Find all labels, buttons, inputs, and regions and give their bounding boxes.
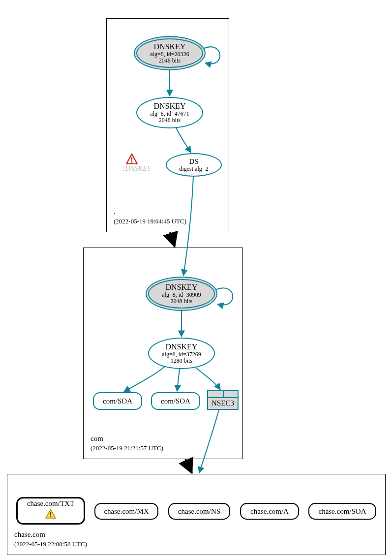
chase-soa[interactable]: chase.com/SOA <box>308 503 376 520</box>
svg-point-5 <box>50 516 51 517</box>
node-sub2: 1280 bits <box>171 358 192 364</box>
zone-chase-label: chase.com <box>14 530 45 539</box>
node-title: DNSKEY <box>166 342 198 351</box>
root-ds[interactable]: DS digest alg=2 <box>166 153 222 177</box>
zone-com-label: com <box>90 435 103 443</box>
node-sub2: 2048 bits <box>159 58 181 64</box>
com-soa-2[interactable]: com/SOA <box>151 392 200 410</box>
chase-txt[interactable]: chase.com/TXT <box>16 497 85 525</box>
zone-root-timestamp: (2022-05-19 19:04:45 UTC) <box>114 218 186 225</box>
node-sub2: 2048 bits <box>159 117 181 124</box>
rrset-label: com/SOA <box>161 397 190 405</box>
node-title: DS <box>189 157 198 166</box>
rrset-label: com/SOA <box>103 397 132 405</box>
root-dnskey-ghost: ./DNSKEY <box>121 165 151 173</box>
rrset-label: chase.com/SOA <box>318 507 366 516</box>
node-title: DNSKEY <box>154 42 186 51</box>
chase-a[interactable]: chase.com/A <box>240 503 299 520</box>
rrset-label: chase.com/A <box>250 507 289 516</box>
rrset-label: chase.com/MX <box>104 507 149 516</box>
node-sub2: 2048 bits <box>171 298 192 305</box>
root-dnskey-secondary[interactable]: DNSKEY alg=8, id=47671 2048 bits <box>136 97 203 128</box>
com-soa-1[interactable]: com/SOA <box>93 392 142 410</box>
node-title: DNSKEY <box>166 283 198 292</box>
warning-icon <box>45 509 56 521</box>
node-sub1: digest alg=2 <box>179 166 208 172</box>
zone-root-label: . <box>114 208 116 216</box>
rrset-label: chase.com/TXT <box>27 499 74 508</box>
rrset-label: chase.com/NS <box>178 507 220 516</box>
rrset-label: NSEC3 <box>208 399 238 407</box>
com-dnskey-primary[interactable]: DNSKEY alg=8, id=30909 2048 bits <box>146 277 217 311</box>
zone-chase-timestamp: (2022-05-19 22:00:58 UTC) <box>14 540 87 548</box>
chase-mx[interactable]: chase.com/MX <box>94 503 158 520</box>
root-dnskey-primary[interactable]: DNSKEY alg=8, id=20326 2048 bits <box>134 36 206 70</box>
svg-point-2 <box>131 161 133 163</box>
warning-icon <box>126 154 138 164</box>
com-nsec3[interactable]: NSEC3 <box>207 390 239 410</box>
com-dnskey-secondary[interactable]: DNSKEY alg=8, id=37269 1280 bits <box>148 338 215 369</box>
chase-ns[interactable]: chase.com/NS <box>168 503 230 520</box>
zone-com-timestamp: (2022-05-19 21:21:57 UTC) <box>90 444 163 452</box>
node-title: DNSKEY <box>154 102 186 111</box>
